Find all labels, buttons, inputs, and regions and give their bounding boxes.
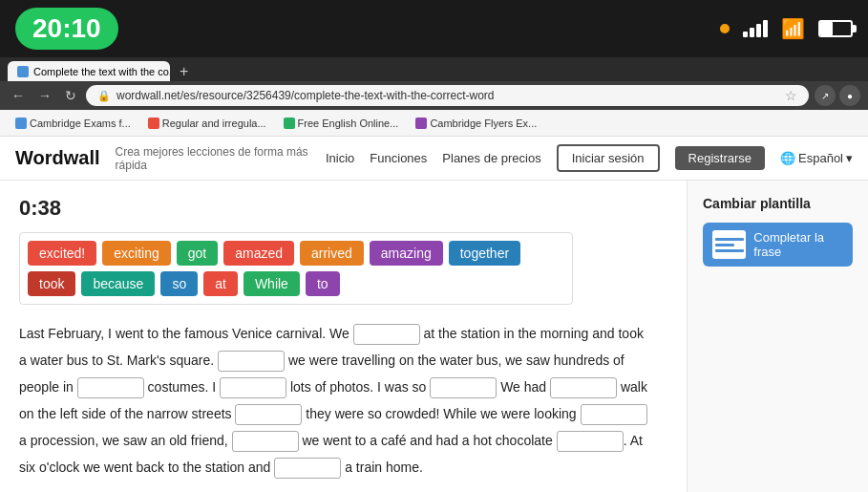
app-container: Wordwall Crea mejores lecciones de forma… [0, 137, 868, 492]
timer-display: 0:38 [19, 196, 667, 221]
word-bank: excited! exciting got amazed arrived ama… [19, 232, 573, 305]
bookmark-1-label: Cambridge Exams f... [30, 118, 131, 129]
blank-6[interactable] [550, 377, 617, 398]
word-chip-at[interactable]: at [203, 271, 238, 296]
bookmark-4-icon [415, 118, 427, 129]
reload-button[interactable]: ↻ [61, 86, 80, 105]
bookmark-star-icon[interactable]: ☆ [785, 88, 797, 103]
ext-button-1[interactable]: ↗ [815, 85, 836, 106]
blank-9[interactable] [232, 431, 299, 452]
status-bar: 20:10 📶 [0, 0, 868, 57]
tab-label: Complete the text with the co... [33, 66, 170, 77]
back-button[interactable]: ← [8, 86, 29, 105]
address-bar-row: ← → ↻ 🔒 wordwall.net/es/resource/3256439… [0, 81, 868, 110]
time-display: 20:10 [15, 8, 118, 50]
right-panel: Cambiar plantilla Completar la frase [687, 181, 868, 492]
blank-10[interactable] [557, 431, 624, 452]
wordwall-logo: Wordwall [15, 147, 100, 169]
bookmark-3-label: Free English Online... [298, 118, 399, 129]
template-label: Completar la frase [753, 230, 843, 259]
wordwall-nav: Wordwall Crea mejores lecciones de forma… [0, 137, 868, 181]
blank-5[interactable] [430, 377, 497, 398]
thumb-line-3 [715, 249, 744, 252]
language-selector[interactable]: 🌐 Español ▾ [780, 151, 853, 165]
word-chip-amazing[interactable]: amazing [370, 241, 443, 266]
ext-button-2[interactable]: ● [839, 85, 860, 106]
browser-chrome: Complete the text with the co... ✕ + ← →… [0, 57, 868, 137]
main-content: 0:38 excited! exciting got amazed arrive… [0, 181, 868, 492]
thumb-line-1 [715, 238, 744, 241]
nav-link-funciones[interactable]: Funciones [370, 151, 427, 165]
thumb-line-2 [715, 244, 734, 246]
nav-link-inicio[interactable]: Inicio [326, 151, 354, 165]
bookmarks-bar: Cambridge Exams f... Regular and irregul… [0, 110, 868, 137]
word-chip-together[interactable]: together [449, 241, 520, 266]
extension-icons: ↗ ● [815, 85, 860, 106]
word-chip-to[interactable]: to [306, 271, 340, 296]
word-chip-while[interactable]: While [243, 271, 300, 296]
tab-favicon [17, 66, 29, 77]
tab-bar: Complete the text with the co... ✕ + [0, 57, 868, 81]
url-text: wordwall.net/es/resource/3256439/complet… [116, 89, 495, 102]
word-chip-because[interactable]: because [81, 271, 155, 296]
active-tab[interactable]: Complete the text with the co... ✕ [8, 61, 170, 81]
blank-8[interactable] [581, 404, 647, 425]
blank-7[interactable] [235, 404, 302, 425]
bookmark-1-icon [15, 118, 27, 129]
wifi-icon: 📶 [781, 17, 805, 40]
status-icons: 📶 [720, 17, 853, 40]
new-tab-button[interactable]: + [174, 63, 194, 80]
blank-1[interactable] [353, 324, 420, 345]
panel-title: Cambiar plantilla [703, 196, 853, 211]
bookmark-4[interactable]: Cambridge Flyers Ex... [408, 116, 544, 131]
left-panel: 0:38 excited! exciting got amazed arrive… [0, 181, 687, 492]
bookmark-1[interactable]: Cambridge Exams f... [8, 116, 138, 131]
word-chip-amazed[interactable]: amazed [223, 241, 294, 266]
word-chip-excited[interactable]: excited! [28, 241, 96, 266]
signal-icon [743, 20, 768, 37]
bookmark-3[interactable]: Free English Online... [276, 116, 407, 131]
word-chip-exciting[interactable]: exciting [102, 241, 170, 266]
nav-links: Inicio Funciones Planes de precios Inici… [326, 144, 853, 172]
nav-link-planes[interactable]: Planes de precios [442, 151, 540, 165]
bookmark-3-icon [284, 118, 295, 129]
bookmark-2-label: Regular and irregula... [162, 118, 266, 129]
word-chip-arrived[interactable]: arrived [300, 241, 364, 266]
blank-4[interactable] [220, 377, 286, 398]
lock-icon: 🔒 [97, 90, 111, 102]
template-thumbnail [712, 230, 746, 259]
wordwall-tagline: Crea mejores lecciones de forma más rápi… [116, 145, 326, 172]
bookmark-2-icon [148, 118, 159, 129]
bookmark-2[interactable]: Regular and irregula... [140, 116, 274, 131]
battery-fill [820, 22, 833, 35]
address-bar[interactable]: 🔒 wordwall.net/es/resource/3256439/compl… [86, 85, 809, 106]
bookmark-4-label: Cambridge Flyers Ex... [430, 118, 537, 129]
thumb-lines [715, 238, 744, 252]
blank-3[interactable] [77, 377, 144, 398]
blank-2[interactable] [218, 351, 285, 372]
orange-dot [720, 24, 730, 33]
battery-icon [818, 20, 853, 37]
passage-text: Last February, I went to the famous Veni… [19, 320, 649, 481]
register-button[interactable]: Registrarse [675, 146, 765, 170]
forward-button[interactable]: → [34, 86, 55, 105]
login-button[interactable]: Iniciar sesión [557, 144, 660, 172]
word-chip-so[interactable]: so [160, 271, 198, 296]
word-chip-got[interactable]: got [177, 241, 218, 266]
template-card[interactable]: Completar la frase [703, 223, 853, 267]
word-chip-took[interactable]: took [28, 271, 75, 296]
blank-11[interactable] [274, 458, 341, 479]
